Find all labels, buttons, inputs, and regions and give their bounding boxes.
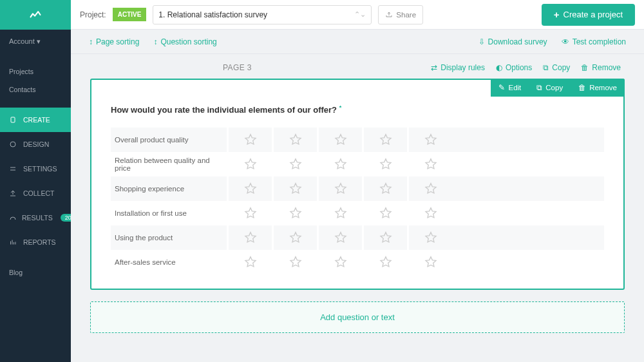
account-menu[interactable]: Account ▾ xyxy=(0,30,71,53)
star-icon xyxy=(289,133,303,147)
question-body: How would you rate the individual elemen… xyxy=(91,80,623,289)
nav-design[interactable]: DESIGN xyxy=(0,132,71,157)
matrix-row: Relation between quality and price xyxy=(111,152,604,176)
star-icon xyxy=(334,206,348,220)
gauge-icon xyxy=(9,214,17,222)
matrix-cells xyxy=(227,176,452,201)
upload-icon xyxy=(9,189,18,197)
star-cell[interactable] xyxy=(407,225,452,250)
nav-settings[interactable]: SETTINGS xyxy=(0,157,71,181)
logo[interactable] xyxy=(0,0,71,30)
star-icon xyxy=(289,255,303,269)
nav-projects[interactable]: Projects xyxy=(0,62,71,81)
matrix-row-label: Using the product xyxy=(111,230,227,245)
edit-question-button[interactable]: ✎ Edit xyxy=(491,79,529,97)
copy-icon: ⧉ xyxy=(543,63,549,72)
project-select[interactable]: 1. Relational satisfaction survey ⌃⌄ xyxy=(153,5,372,24)
star-icon xyxy=(334,133,348,147)
nav-contacts[interactable]: Contacts xyxy=(0,81,71,99)
required-marker: * xyxy=(339,104,342,111)
download-label: Download survey xyxy=(488,37,547,46)
share-button[interactable]: Share xyxy=(378,5,423,24)
test-label: Test completion xyxy=(573,37,626,46)
nav-reports[interactable]: REPORTS xyxy=(0,230,71,254)
matrix-row: Using the product xyxy=(111,225,604,250)
sidebar: Account ▾ Projects Contacts CREATE DESIG… xyxy=(0,0,71,362)
star-cell[interactable] xyxy=(362,152,407,176)
options-action[interactable]: ◐ Options xyxy=(496,63,532,72)
copy-label: Copy xyxy=(545,84,563,91)
star-cell[interactable] xyxy=(317,225,362,250)
star-cell[interactable] xyxy=(272,250,317,274)
question-sorting-link[interactable]: ↕ Question sorting xyxy=(153,37,216,46)
star-icon xyxy=(424,255,438,269)
star-cell[interactable] xyxy=(272,201,317,225)
star-cell[interactable] xyxy=(227,128,272,152)
caret-down-icon: ▾ xyxy=(37,37,41,45)
nav-create[interactable]: CREATE xyxy=(0,108,71,132)
nav-results[interactable]: RESULTS 20 xyxy=(0,205,71,230)
download-survey-link[interactable]: ⇩ Download survey xyxy=(478,37,547,46)
toggle-icon: ◐ xyxy=(496,63,502,72)
star-cell[interactable] xyxy=(227,250,272,274)
copy-question-button[interactable]: ⧉ Copy xyxy=(529,79,571,97)
sliders-icon xyxy=(9,165,18,173)
nav-label: CREATE xyxy=(23,116,50,124)
star-cell[interactable] xyxy=(362,201,407,225)
nav-label: COLLECT xyxy=(23,189,54,197)
branch-icon: ⇄ xyxy=(431,63,437,72)
matrix-cells xyxy=(227,201,452,225)
star-cell[interactable] xyxy=(362,225,407,250)
star-icon xyxy=(243,255,258,269)
page-sorting-link[interactable]: ↕ Page sorting xyxy=(89,37,139,46)
copy-page-action[interactable]: ⧉ Copy xyxy=(543,63,570,72)
star-cell[interactable] xyxy=(227,176,272,201)
display-rules-action[interactable]: ⇄ Display rules xyxy=(431,63,485,72)
remove-question-button[interactable]: 🗑 Remove xyxy=(571,79,625,97)
matrix-cells xyxy=(227,128,452,152)
star-cell[interactable] xyxy=(317,128,362,152)
matrix-cells xyxy=(227,250,452,274)
star-cell[interactable] xyxy=(407,176,452,201)
star-cell[interactable] xyxy=(272,225,317,250)
star-cell[interactable] xyxy=(362,250,407,274)
star-cell[interactable] xyxy=(407,201,452,225)
star-cell[interactable] xyxy=(407,250,452,274)
star-cell[interactable] xyxy=(317,176,362,201)
star-cell[interactable] xyxy=(407,152,452,176)
create-project-button[interactable]: + Create a project xyxy=(542,4,635,26)
status-badge: ACTIVE xyxy=(113,8,147,21)
nav-label: Contacts xyxy=(9,86,35,93)
star-cell[interactable] xyxy=(227,225,272,250)
star-cell[interactable] xyxy=(272,176,317,201)
star-cell[interactable] xyxy=(362,128,407,152)
clipboard-icon xyxy=(9,116,18,124)
topbar: Project: ACTIVE 1. Relational satisfacti… xyxy=(71,0,644,30)
star-cell[interactable] xyxy=(227,152,272,176)
page-sorting-label: Page sorting xyxy=(96,37,139,46)
star-cell[interactable] xyxy=(272,128,317,152)
display-rules-label: Display rules xyxy=(440,63,485,72)
remove-page-action[interactable]: 🗑 Remove xyxy=(581,63,621,72)
question-toolbar: ✎ Edit ⧉ Copy 🗑 Remove xyxy=(491,79,625,97)
test-completion-link[interactable]: 👁 Test completion xyxy=(562,37,626,46)
create-project-label: Create a project xyxy=(564,10,623,19)
star-cell[interactable] xyxy=(272,152,317,176)
nav-label: Blog xyxy=(9,269,23,276)
star-icon xyxy=(289,231,303,245)
star-cell[interactable] xyxy=(317,250,362,274)
edit-label: Edit xyxy=(508,84,521,91)
star-cell[interactable] xyxy=(317,201,362,225)
star-icon xyxy=(424,133,438,147)
nav-blog[interactable]: Blog xyxy=(0,263,71,281)
star-cell[interactable] xyxy=(362,176,407,201)
star-cell[interactable] xyxy=(227,201,272,225)
nav-group-footer: Blog xyxy=(0,263,71,281)
star-icon xyxy=(334,182,348,196)
add-question-zone[interactable]: Add question or text xyxy=(90,301,625,333)
nav-collect[interactable]: COLLECT xyxy=(0,181,71,205)
star-cell[interactable] xyxy=(317,152,362,176)
star-icon xyxy=(243,133,258,147)
matrix-row-label: After-sales service xyxy=(111,254,227,270)
star-cell[interactable] xyxy=(407,128,452,152)
